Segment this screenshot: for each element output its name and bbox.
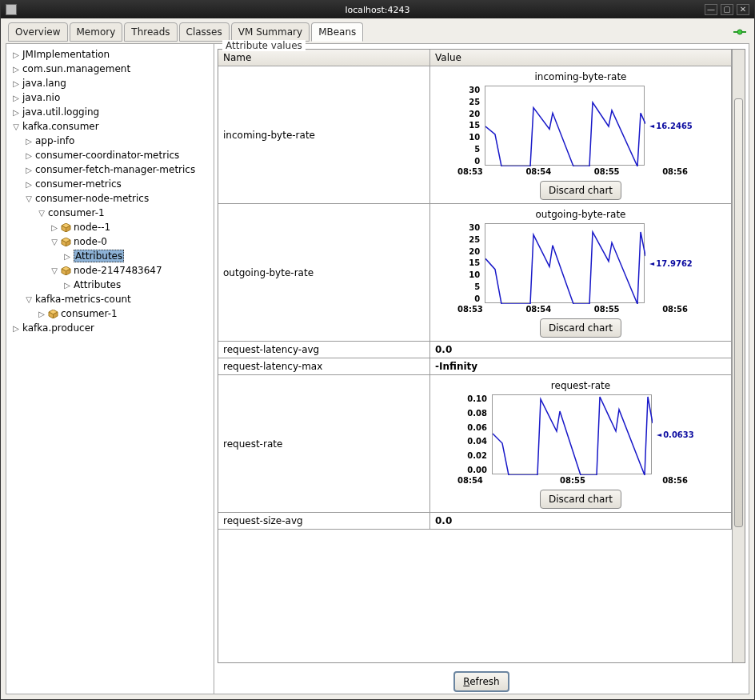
tree-label[interactable]: java.lang <box>22 78 66 89</box>
expand-closed-icon[interactable]: ▷ <box>62 280 72 290</box>
tree-label[interactable]: node--1 <box>74 222 110 233</box>
tree-node[interactable]: ▽consumer-node-metrics <box>6 191 214 206</box>
tree-node[interactable]: ▷Attributes <box>6 249 214 263</box>
tree-label[interactable]: node-0 <box>74 236 107 247</box>
discard-chart-button[interactable]: Discard chart <box>540 318 621 338</box>
tree-node[interactable]: ▷app-info <box>6 134 214 148</box>
tab-classes[interactable]: Classes <box>179 22 230 42</box>
expand-closed-icon[interactable]: ▷ <box>37 309 46 318</box>
expand-closed-icon[interactable]: ▷ <box>24 179 34 189</box>
tree-label[interactable]: JMImplementation <box>22 49 110 60</box>
expand-open-icon[interactable]: ▽ <box>11 122 21 131</box>
expand-closed-icon[interactable]: ▷ <box>24 165 34 174</box>
tree-node[interactable]: ▷java.nio <box>6 90 214 105</box>
tree-label[interactable]: kafka.producer <box>22 322 94 334</box>
tree-label[interactable]: kafka.consumer <box>22 121 99 132</box>
attr-name-cell[interactable]: request-rate <box>218 375 430 512</box>
tree-node[interactable]: ▽kafka-metrics-count <box>6 292 214 306</box>
attr-name-cell[interactable]: request-latency-max <box>218 358 430 374</box>
tree-label[interactable]: java.nio <box>22 92 60 103</box>
tree-node[interactable]: ▷kafka.producer <box>6 321 214 335</box>
tree-node[interactable]: ▷consumer-coordinator-metrics <box>6 148 214 162</box>
tab-memory[interactable]: Memory <box>70 22 123 42</box>
tree-label[interactable]: Attributes <box>74 279 121 290</box>
tree-label[interactable]: com.sun.management <box>22 63 130 74</box>
tree-label[interactable]: consumer-metrics <box>35 178 122 190</box>
header-name[interactable]: Name <box>218 50 430 66</box>
tree-label[interactable]: consumer-fetch-manager-metrics <box>35 164 195 175</box>
chart-plot[interactable] <box>485 223 645 303</box>
attr-name-cell[interactable]: request-size-avg <box>218 513 430 529</box>
vertical-scrollbar[interactable] <box>732 50 745 662</box>
attr-name-cell[interactable]: request-latency-avg <box>218 342 430 358</box>
attr-value-cell[interactable]: 0.0 <box>430 513 732 529</box>
table-row: request-raterequest-rate0.100.080.060.04… <box>218 375 732 513</box>
attr-value-cell[interactable]: -Infinity <box>430 358 732 374</box>
tree-label[interactable]: kafka-metrics-count <box>35 294 131 305</box>
tree-node[interactable]: ▽consumer-1 <box>6 206 214 220</box>
titlebar[interactable]: localhost:4243 — ▢ ✕ <box>1 1 754 18</box>
attr-name-cell[interactable]: incoming-byte-rate <box>218 66 430 203</box>
expand-closed-icon[interactable]: ▷ <box>11 78 21 88</box>
tree-node[interactable]: ▷consumer-fetch-manager-metrics <box>6 162 214 177</box>
tree-label[interactable]: consumer-node-metrics <box>35 193 149 204</box>
tree-node[interactable]: ▷com.sun.management <box>6 62 214 76</box>
chart-plot[interactable] <box>492 394 652 474</box>
minimize-button[interactable]: — <box>705 4 717 15</box>
attr-name-cell[interactable]: outgoing-byte-rate <box>218 204 430 341</box>
tree-node[interactable]: ▷JMImplementation <box>6 47 214 62</box>
chart-title: incoming-byte-rate <box>433 71 728 82</box>
chart-current-value: 0.0633 <box>657 430 694 439</box>
tree-label[interactable]: consumer-coordinator-metrics <box>35 150 179 161</box>
tree-label[interactable]: node-2147483647 <box>74 265 162 276</box>
tree-node[interactable]: ▷java.lang <box>6 76 214 90</box>
expand-closed-icon[interactable]: ▷ <box>24 136 34 146</box>
expand-closed-icon[interactable]: ▷ <box>11 93 21 102</box>
expand-open-icon[interactable]: ▽ <box>50 266 59 275</box>
tree-node[interactable]: ▷java.util.logging <box>6 105 214 119</box>
mbean-tree[interactable]: ▷JMImplementation▷com.sun.management▷jav… <box>6 44 214 694</box>
expand-closed-icon[interactable]: ▷ <box>24 150 34 160</box>
maximize-button[interactable]: ▢ <box>721 4 733 15</box>
expand-closed-icon[interactable]: ▷ <box>11 64 21 74</box>
expand-open-icon[interactable]: ▽ <box>24 294 34 304</box>
expand-closed-icon[interactable]: ▷ <box>50 222 59 232</box>
attr-value-cell[interactable]: incoming-byte-rate30252015105016.246508:… <box>430 66 732 203</box>
tree-label[interactable]: app-info <box>35 135 74 146</box>
close-button[interactable]: ✕ <box>737 4 749 15</box>
chart-y-ticks: 302520151050 <box>469 223 480 303</box>
tree-node[interactable]: ▷node--1 <box>6 220 214 234</box>
expand-closed-icon[interactable]: ▷ <box>11 323 21 333</box>
tab-overview[interactable]: Overview <box>8 22 68 42</box>
attr-value-cell[interactable]: 0.0 <box>430 342 732 358</box>
tree-label[interactable]: consumer-1 <box>48 207 105 218</box>
tree-label[interactable]: Attributes <box>74 250 124 262</box>
attr-value-cell[interactable]: outgoing-byte-rate30252015105017.976208:… <box>430 204 732 341</box>
refresh-button[interactable]: Refresh <box>453 671 509 692</box>
tree-node[interactable]: ▷consumer-1 <box>6 306 214 321</box>
table-row: incoming-byte-rateincoming-byte-rate3025… <box>218 66 732 204</box>
scrollbar-thumb[interactable] <box>734 98 743 527</box>
discard-chart-button[interactable]: Discard chart <box>540 490 621 509</box>
tree-label[interactable]: java.util.logging <box>22 106 99 118</box>
expand-open-icon[interactable]: ▽ <box>37 208 46 218</box>
package-icon <box>61 223 71 232</box>
header-value[interactable]: Value <box>430 50 732 66</box>
tab-threads[interactable]: Threads <box>124 22 177 42</box>
tree-node[interactable]: ▷consumer-metrics <box>6 177 214 191</box>
tree-node[interactable]: ▷Attributes <box>6 278 214 292</box>
tree-node[interactable]: ▽node-0 <box>6 234 214 249</box>
expand-open-icon[interactable]: ▽ <box>24 194 34 203</box>
tab-vm-summary[interactable]: VM Summary <box>231 22 310 42</box>
expand-open-icon[interactable]: ▽ <box>50 237 59 246</box>
tree-label[interactable]: consumer-1 <box>61 308 118 319</box>
chart-plot[interactable] <box>485 86 645 166</box>
expand-closed-icon[interactable]: ▷ <box>62 251 72 261</box>
tree-node[interactable]: ▽kafka.consumer <box>6 119 214 134</box>
expand-closed-icon[interactable]: ▷ <box>11 107 21 117</box>
tab-mbeans[interactable]: MBeans <box>311 22 363 42</box>
discard-chart-button[interactable]: Discard chart <box>540 181 621 200</box>
expand-closed-icon[interactable]: ▷ <box>11 50 21 59</box>
attr-value-cell[interactable]: request-rate0.100.080.060.040.020.000.06… <box>430 375 732 512</box>
tree-node[interactable]: ▽node-2147483647 <box>6 263 214 278</box>
